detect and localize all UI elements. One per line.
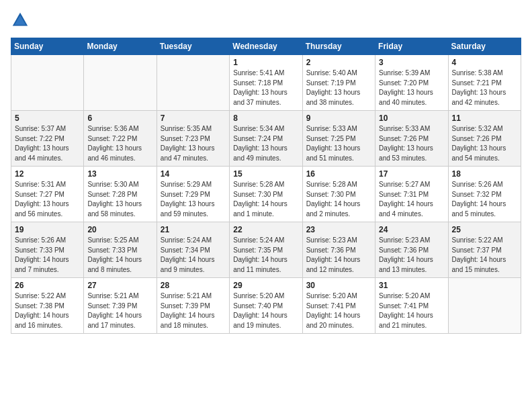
logo — [11, 11, 32, 30]
calendar-cell — [84, 55, 157, 111]
day-number: 21 — [161, 225, 226, 234]
day-of-week-header: Friday — [375, 38, 448, 55]
day-number: 19 — [15, 225, 80, 234]
day-number: 26 — [15, 281, 80, 290]
calendar-cell: 17Sunrise: 5:27 AM Sunset: 7:31 PM Dayli… — [375, 167, 448, 222]
day-number: 13 — [87, 169, 152, 179]
day-info: Sunrise: 5:41 AM Sunset: 7:18 PM Dayligh… — [233, 68, 298, 107]
day-number: 4 — [452, 58, 517, 67]
calendar-cell: 26Sunrise: 5:22 AM Sunset: 7:38 PM Dayli… — [11, 278, 84, 334]
day-number: 24 — [379, 225, 444, 234]
day-info: Sunrise: 5:28 AM Sunset: 7:30 PM Dayligh… — [233, 180, 298, 219]
day-number: 20 — [87, 225, 152, 234]
day-of-week-header: Tuesday — [157, 38, 229, 55]
calendar-week-row: 1Sunrise: 5:41 AM Sunset: 7:18 PM Daylig… — [11, 55, 521, 111]
day-number: 5 — [15, 113, 80, 123]
day-info: Sunrise: 5:31 AM Sunset: 7:27 PM Dayligh… — [15, 180, 80, 219]
day-number: 1 — [233, 58, 298, 67]
day-info: Sunrise: 5:33 AM Sunset: 7:25 PM Dayligh… — [306, 124, 371, 163]
calendar-week-row: 12Sunrise: 5:31 AM Sunset: 7:27 PM Dayli… — [11, 167, 521, 222]
day-number: 16 — [306, 169, 371, 179]
day-info: Sunrise: 5:21 AM Sunset: 7:39 PM Dayligh… — [161, 291, 226, 330]
day-number: 7 — [161, 113, 226, 123]
calendar-cell: 16Sunrise: 5:28 AM Sunset: 7:30 PM Dayli… — [302, 167, 375, 222]
day-info: Sunrise: 5:20 AM Sunset: 7:41 PM Dayligh… — [306, 291, 371, 330]
calendar-cell: 12Sunrise: 5:31 AM Sunset: 7:27 PM Dayli… — [11, 167, 84, 222]
day-info: Sunrise: 5:20 AM Sunset: 7:41 PM Dayligh… — [379, 291, 444, 330]
day-number: 27 — [87, 281, 152, 290]
calendar-table: SundayMondayTuesdayWednesdayThursdayFrid… — [11, 38, 521, 334]
day-info: Sunrise: 5:20 AM Sunset: 7:40 PM Dayligh… — [233, 291, 298, 330]
day-number: 3 — [379, 58, 444, 67]
day-info: Sunrise: 5:26 AM Sunset: 7:33 PM Dayligh… — [15, 236, 80, 275]
day-info: Sunrise: 5:33 AM Sunset: 7:26 PM Dayligh… — [379, 124, 444, 163]
day-info: Sunrise: 5:22 AM Sunset: 7:38 PM Dayligh… — [15, 291, 80, 330]
day-number: 2 — [306, 58, 371, 67]
day-of-week-header: Monday — [84, 38, 157, 55]
day-of-week-header: Sunday — [11, 38, 84, 55]
calendar-week-row: 19Sunrise: 5:26 AM Sunset: 7:33 PM Dayli… — [11, 222, 521, 278]
day-info: Sunrise: 5:24 AM Sunset: 7:35 PM Dayligh… — [233, 236, 298, 275]
day-number: 12 — [15, 169, 80, 179]
day-info: Sunrise: 5:23 AM Sunset: 7:36 PM Dayligh… — [306, 236, 371, 275]
day-number: 22 — [233, 225, 298, 234]
day-info: Sunrise: 5:34 AM Sunset: 7:24 PM Dayligh… — [233, 124, 298, 163]
day-info: Sunrise: 5:37 AM Sunset: 7:22 PM Dayligh… — [15, 124, 80, 163]
calendar-cell: 10Sunrise: 5:33 AM Sunset: 7:26 PM Dayli… — [375, 111, 448, 167]
day-of-week-header: Thursday — [302, 38, 375, 55]
day-number: 30 — [306, 281, 371, 290]
calendar-cell: 27Sunrise: 5:21 AM Sunset: 7:39 PM Dayli… — [84, 278, 157, 334]
logo-icon — [11, 11, 30, 30]
day-info: Sunrise: 5:27 AM Sunset: 7:31 PM Dayligh… — [379, 180, 444, 219]
day-number: 9 — [306, 113, 371, 123]
day-info: Sunrise: 5:35 AM Sunset: 7:23 PM Dayligh… — [161, 124, 226, 163]
calendar-header-row: SundayMondayTuesdayWednesdayThursdayFrid… — [11, 38, 521, 55]
day-number: 29 — [233, 281, 298, 290]
calendar-cell: 1Sunrise: 5:41 AM Sunset: 7:18 PM Daylig… — [230, 55, 302, 111]
calendar-cell: 5Sunrise: 5:37 AM Sunset: 7:22 PM Daylig… — [11, 111, 84, 167]
day-info: Sunrise: 5:30 AM Sunset: 7:28 PM Dayligh… — [87, 180, 152, 219]
calendar-cell: 18Sunrise: 5:26 AM Sunset: 7:32 PM Dayli… — [448, 167, 521, 222]
calendar-cell — [11, 55, 84, 111]
day-number: 31 — [379, 281, 444, 290]
calendar-cell: 25Sunrise: 5:22 AM Sunset: 7:37 PM Dayli… — [448, 222, 521, 278]
day-info: Sunrise: 5:36 AM Sunset: 7:22 PM Dayligh… — [87, 124, 152, 163]
day-number: 8 — [233, 113, 298, 123]
page-header — [11, 11, 521, 30]
day-number: 18 — [452, 169, 517, 179]
day-of-week-header: Wednesday — [230, 38, 302, 55]
calendar-cell: 20Sunrise: 5:25 AM Sunset: 7:33 PM Dayli… — [84, 222, 157, 278]
calendar-cell: 13Sunrise: 5:30 AM Sunset: 7:28 PM Dayli… — [84, 167, 157, 222]
calendar-week-row: 26Sunrise: 5:22 AM Sunset: 7:38 PM Dayli… — [11, 278, 521, 334]
calendar-cell: 19Sunrise: 5:26 AM Sunset: 7:33 PM Dayli… — [11, 222, 84, 278]
calendar-cell — [448, 278, 521, 334]
day-info: Sunrise: 5:32 AM Sunset: 7:26 PM Dayligh… — [452, 124, 517, 163]
day-info: Sunrise: 5:28 AM Sunset: 7:30 PM Dayligh… — [306, 180, 371, 219]
calendar-cell: 7Sunrise: 5:35 AM Sunset: 7:23 PM Daylig… — [157, 111, 229, 167]
day-info: Sunrise: 5:24 AM Sunset: 7:34 PM Dayligh… — [161, 236, 226, 275]
calendar-cell: 24Sunrise: 5:23 AM Sunset: 7:36 PM Dayli… — [375, 222, 448, 278]
calendar-cell: 28Sunrise: 5:21 AM Sunset: 7:39 PM Dayli… — [157, 278, 229, 334]
calendar-cell: 4Sunrise: 5:38 AM Sunset: 7:21 PM Daylig… — [448, 55, 521, 111]
day-number: 10 — [379, 113, 444, 123]
day-info: Sunrise: 5:26 AM Sunset: 7:32 PM Dayligh… — [452, 180, 517, 219]
calendar-week-row: 5Sunrise: 5:37 AM Sunset: 7:22 PM Daylig… — [11, 111, 521, 167]
calendar-cell: 23Sunrise: 5:23 AM Sunset: 7:36 PM Dayli… — [302, 222, 375, 278]
calendar-cell: 21Sunrise: 5:24 AM Sunset: 7:34 PM Dayli… — [157, 222, 229, 278]
day-number: 28 — [161, 281, 226, 290]
day-number: 23 — [306, 225, 371, 234]
day-info: Sunrise: 5:38 AM Sunset: 7:21 PM Dayligh… — [452, 68, 517, 107]
day-info: Sunrise: 5:21 AM Sunset: 7:39 PM Dayligh… — [87, 291, 152, 330]
calendar-cell: 29Sunrise: 5:20 AM Sunset: 7:40 PM Dayli… — [230, 278, 302, 334]
day-info: Sunrise: 5:25 AM Sunset: 7:33 PM Dayligh… — [87, 236, 152, 275]
day-number: 17 — [379, 169, 444, 179]
day-info: Sunrise: 5:39 AM Sunset: 7:20 PM Dayligh… — [379, 68, 444, 107]
day-number: 14 — [161, 169, 226, 179]
day-of-week-header: Saturday — [448, 38, 521, 55]
calendar-cell — [157, 55, 229, 111]
day-number: 11 — [452, 113, 517, 123]
calendar-cell: 6Sunrise: 5:36 AM Sunset: 7:22 PM Daylig… — [84, 111, 157, 167]
day-number: 6 — [87, 113, 152, 123]
calendar-cell: 30Sunrise: 5:20 AM Sunset: 7:41 PM Dayli… — [302, 278, 375, 334]
calendar-cell: 3Sunrise: 5:39 AM Sunset: 7:20 PM Daylig… — [375, 55, 448, 111]
